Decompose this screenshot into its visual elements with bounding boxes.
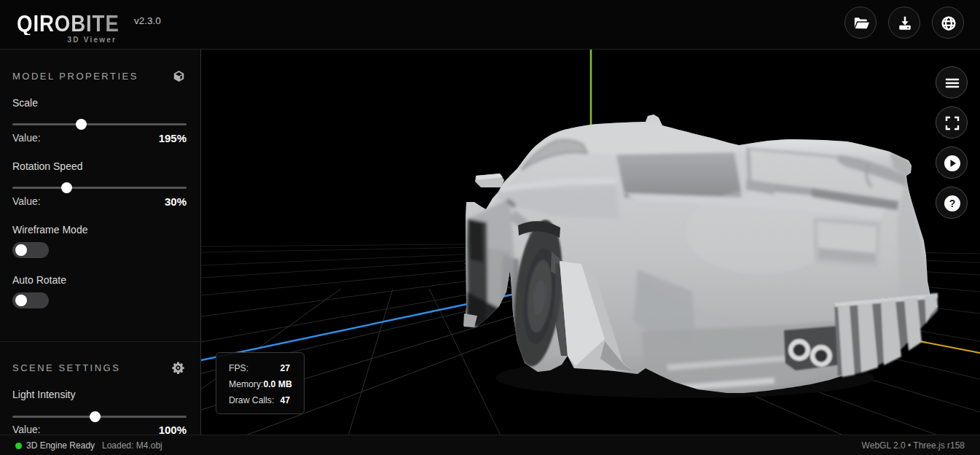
svg-text:?: ?	[949, 198, 956, 209]
